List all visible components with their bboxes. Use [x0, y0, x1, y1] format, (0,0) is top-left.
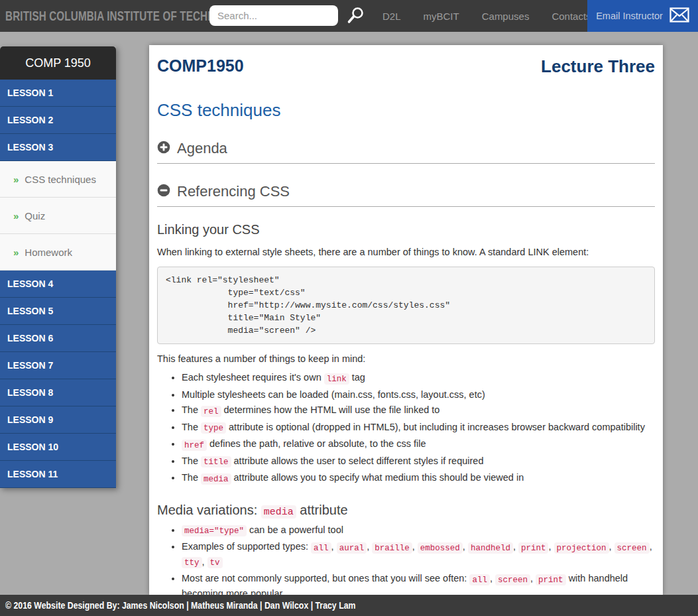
linking-intro-text: When linking to external style sheets, t…	[157, 245, 655, 259]
inline-code: aural	[337, 542, 367, 554]
sidebar-sub-item[interactable]: »Quiz	[0, 198, 116, 234]
list-item: Multiple stylesheets can be loaded (main…	[182, 388, 655, 402]
sidebar-lesson[interactable]: LESSON 10	[0, 434, 116, 461]
sidebar-lesson[interactable]: LESSON 2	[0, 107, 116, 134]
footer-credits: © 2016 Website Designed By: James Nicols…	[5, 595, 355, 616]
plus-icon	[157, 141, 170, 156]
list-item: Examples of supported types: all, aural,…	[182, 540, 655, 570]
inline-code: href	[182, 440, 207, 451]
email-instructor-label: Email Instructor	[596, 11, 663, 21]
section-toggle-referencing-css[interactable]: Referencing CSS	[157, 183, 655, 200]
lecture-title: Lecture Three	[541, 56, 655, 77]
sidebar-lesson[interactable]: LESSON 11	[0, 461, 116, 488]
minus-icon	[157, 184, 170, 200]
inline-code: rel	[201, 406, 221, 417]
card-header: COMP1950 Lecture Three	[157, 56, 655, 77]
inline-code: print	[536, 574, 566, 585]
search-input[interactable]	[209, 5, 338, 26]
list-item: The media attribute allows you to specif…	[182, 471, 655, 486]
inline-code: all	[469, 574, 490, 585]
search-icon[interactable]	[345, 6, 366, 27]
double-chevron-icon: »	[13, 174, 19, 185]
inline-code: print	[518, 542, 549, 554]
list-item: href defines the path, relative or absol…	[182, 437, 655, 452]
inline-code: all	[311, 542, 331, 554]
inline-code: type	[201, 422, 226, 434]
lesson-list-bottom: LESSON 4LESSON 5LESSON 6LESSON 7LESSON 8…	[0, 271, 116, 488]
inline-code: embossed	[418, 542, 463, 554]
nav-link-mybcit[interactable]: myBCIT	[412, 11, 471, 22]
lesson3-submenu: »CSS techniques»Quiz»Homework	[0, 161, 116, 271]
course-title: COMP 1950	[0, 46, 116, 80]
inline-code: title	[201, 456, 231, 467]
double-chevron-icon: »	[13, 247, 19, 258]
sidebar-lesson[interactable]: LESSON 7	[0, 352, 116, 379]
divider	[157, 163, 655, 164]
list-item: Most are not commonly supported, but one…	[182, 572, 655, 595]
section-toggle-agenda[interactable]: Agenda	[157, 140, 655, 157]
inline-code: media="type"	[182, 525, 247, 536]
double-chevron-icon: »	[13, 210, 19, 221]
email-instructor-button[interactable]: Email Instructor	[587, 0, 698, 32]
divider	[157, 206, 655, 207]
code-block-link-element: <link rel="stylesheet" type="text/css" h…	[157, 267, 655, 344]
inline-code: tv	[207, 557, 223, 568]
list-item: The rel determines how the HTML will use…	[182, 403, 655, 418]
list-item: The title attribute allows the user to s…	[182, 454, 655, 469]
lesson-list-top: LESSON 1LESSON 2LESSON 3	[0, 80, 116, 161]
page-title: CSS techniques	[157, 100, 655, 121]
sidebar-sub-item[interactable]: »CSS techniques	[0, 161, 116, 198]
linking-bullet-list: Each stylesheet requires it's own link t…	[157, 371, 655, 486]
sidebar-lesson[interactable]: LESSON 1	[0, 80, 116, 107]
media-bullet-list: media="type" can be a powerful toolExamp…	[157, 523, 655, 595]
inline-code: screen	[614, 542, 650, 554]
page-footer: © 2016 Website Designed By: James Nicols…	[0, 595, 698, 616]
sidebar-lesson[interactable]: LESSON 3	[0, 134, 116, 161]
top-nav: D2L myBCIT Campuses Contacts	[371, 0, 603, 32]
course-sidebar: COMP 1950 LESSON 1LESSON 2LESSON 3 »CSS …	[0, 46, 116, 488]
lecture-content-card: COMP1950 Lecture Three CSS techniques Ag…	[149, 45, 663, 595]
sidebar-lesson[interactable]: LESSON 5	[0, 298, 116, 325]
list-item: The type attribute is optional (dropped …	[182, 420, 655, 436]
inline-code: handheld	[468, 542, 513, 554]
media-heading-text: Media variations:	[157, 503, 261, 517]
inline-code: tty	[182, 557, 202, 568]
sidebar-sub-item[interactable]: »Homework	[0, 234, 116, 271]
inline-code: media	[201, 473, 231, 485]
sidebar-lesson[interactable]: LESSON 8	[0, 379, 116, 406]
list-item: Each stylesheet requires it's own link t…	[182, 371, 655, 386]
section-label: Referencing CSS	[177, 183, 290, 200]
nav-link-campuses[interactable]: Campuses	[471, 11, 541, 22]
course-code-heading: COMP1950	[157, 56, 244, 76]
inline-code: media	[261, 505, 296, 519]
sidebar-lesson[interactable]: LESSON 9	[0, 406, 116, 434]
media-variations-heading: Media variations: media attribute	[157, 503, 655, 518]
section-label: Agenda	[177, 140, 227, 157]
list-intro-text: This features a number of things to keep…	[157, 352, 655, 365]
inline-code: link	[324, 373, 349, 385]
inline-code: braille	[372, 542, 412, 554]
sidebar-lesson[interactable]: LESSON 6	[0, 325, 116, 352]
inline-code: screen	[495, 574, 530, 585]
nav-link-d2l[interactable]: D2L	[371, 11, 412, 22]
media-heading-text: attribute	[296, 503, 348, 517]
envelope-icon	[669, 7, 689, 25]
linking-css-heading: Linking your CSS	[157, 222, 655, 237]
list-item: media="type" can be a powerful tool	[182, 523, 655, 538]
inline-code: projection	[554, 542, 609, 554]
sidebar-lesson[interactable]: LESSON 4	[0, 271, 116, 298]
top-header: BRITISH COLUMBIA INSTITUTE OF TECHNOLOGY…	[0, 0, 698, 32]
